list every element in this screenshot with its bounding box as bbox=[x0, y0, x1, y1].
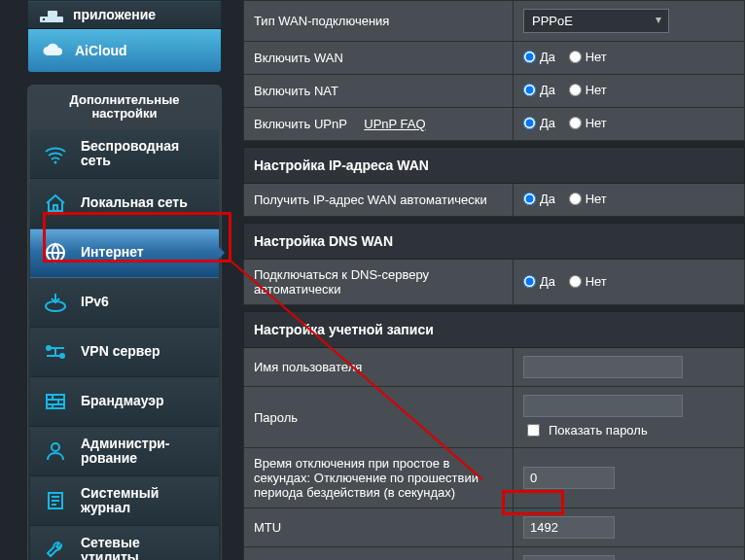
cloud-icon bbox=[40, 41, 65, 60]
vpn-icon bbox=[42, 341, 69, 363]
radio-enable-nat-no[interactable]: Нет bbox=[569, 83, 607, 97]
input-password[interactable] bbox=[523, 395, 683, 417]
link-upnp-faq[interactable]: UPnP FAQ bbox=[364, 117, 425, 131]
sidebar-item-ipv6[interactable]: IPv6 bbox=[30, 278, 219, 328]
cell-password: Показать пароль bbox=[514, 387, 745, 448]
svg-point-2 bbox=[43, 18, 45, 20]
sidebar-item-label: IPv6 bbox=[81, 295, 109, 309]
sidebar-item-label: Локальная сеть bbox=[81, 195, 188, 210]
label-enable-upnp: Включить UPnP UPnP FAQ bbox=[244, 108, 514, 141]
sidebar-item-lan[interactable]: Локальная сеть bbox=[30, 179, 219, 228]
cell-wan-type-value: PPPoE bbox=[514, 1, 745, 42]
section-dns-wan: Настройка DNS WAN bbox=[244, 224, 745, 260]
admin-icon bbox=[42, 440, 69, 462]
label-connect-dns-auto: Подключаться к DNS-серверу автоматически bbox=[244, 260, 514, 305]
radio-enable-nat-yes[interactable]: Да bbox=[523, 83, 555, 97]
checkbox-show-password[interactable] bbox=[527, 424, 540, 437]
radio-enable-wan-no[interactable]: Нет bbox=[569, 50, 607, 64]
label-password: Пароль bbox=[244, 387, 514, 448]
label-get-wan-ip-auto: Получить IP-адрес WAN автоматически bbox=[244, 184, 514, 217]
tools-icon bbox=[42, 540, 69, 560]
cell-get-wan-ip-auto: Да Нет bbox=[514, 184, 745, 217]
sidebar-item-aicloud[interactable]: AiCloud bbox=[28, 28, 221, 72]
input-mtu[interactable] bbox=[523, 516, 615, 539]
firewall-icon bbox=[42, 391, 69, 412]
usb-icon bbox=[40, 5, 63, 24]
radio-enable-upnp-no[interactable]: Нет bbox=[569, 116, 607, 130]
radio-wan-ip-yes[interactable]: Да bbox=[523, 192, 555, 206]
wifi-icon bbox=[42, 143, 69, 164]
svg-rect-1 bbox=[48, 11, 57, 17]
radio-dns-yes[interactable]: Да bbox=[523, 274, 555, 289]
label-enable-nat: Включить NAT bbox=[244, 75, 514, 108]
cell-enable-upnp: Да Нет bbox=[514, 108, 745, 141]
log-icon bbox=[42, 490, 69, 511]
sidebar-item-firewall[interactable]: Брандмауэр bbox=[30, 377, 219, 427]
cell-enable-nat: Да Нет bbox=[514, 75, 745, 108]
globe-icon bbox=[42, 241, 69, 264]
sidebar-item-label: Сетевые утилиты bbox=[81, 536, 140, 560]
radio-enable-upnp-yes[interactable]: Да bbox=[523, 116, 555, 130]
cell-mru bbox=[514, 547, 745, 561]
cell-username bbox=[514, 348, 745, 387]
label-mtu: MTU bbox=[244, 508, 514, 547]
sidebar-item-nettools[interactable]: Сетевые утилиты bbox=[30, 526, 219, 560]
section-wan-ip: Настройка IP-адреса WAN bbox=[244, 148, 745, 184]
section-account: Настройка учетной записи bbox=[244, 312, 745, 348]
svg-rect-9 bbox=[47, 395, 64, 408]
ipv6-icon bbox=[42, 292, 69, 313]
sidebar-item-label: Беспроводная сеть bbox=[81, 139, 179, 169]
input-idle[interactable] bbox=[523, 467, 615, 489]
sidebar-item-usb-app[interactable]: приложение bbox=[28, 1, 221, 28]
sidebar-item-syslog[interactable]: Системный журнал bbox=[30, 476, 219, 526]
cell-mtu bbox=[514, 508, 745, 547]
cell-enable-wan: Да Нет bbox=[514, 42, 745, 75]
svg-point-3 bbox=[54, 161, 57, 164]
home-icon bbox=[42, 192, 69, 214]
label-show-password: Показать пароль bbox=[549, 423, 648, 438]
label-mru: MRU bbox=[244, 547, 514, 561]
advanced-settings-header: Дополнительные настройки bbox=[30, 88, 219, 129]
cell-connect-dns-auto: Да Нет bbox=[514, 260, 745, 305]
sidebar-item-label: приложение bbox=[73, 7, 156, 22]
radio-enable-wan-yes[interactable]: Да bbox=[523, 50, 555, 64]
label-enable-wan: Включить WAN bbox=[244, 42, 514, 75]
svg-rect-4 bbox=[53, 205, 57, 211]
sidebar-item-label: Брандмауэр bbox=[81, 394, 164, 408]
sidebar-item-label: Администри- рование bbox=[81, 437, 170, 467]
radio-dns-no[interactable]: Нет bbox=[569, 274, 607, 289]
sidebar-item-wireless[interactable]: Беспроводная сеть bbox=[30, 129, 219, 179]
sidebar-item-label: Интернет bbox=[81, 245, 144, 260]
advanced-settings-panel: Дополнительные настройки Беспроводная се… bbox=[27, 85, 222, 560]
sidebar-item-label: AiCloud bbox=[75, 43, 127, 58]
sidebar-item-administration[interactable]: Администри- рование bbox=[30, 427, 219, 476]
sidebar-item-label: Системный журнал bbox=[81, 486, 159, 516]
label-wan-type: Тип WAN-подключения bbox=[244, 1, 514, 42]
svg-point-10 bbox=[52, 443, 59, 451]
label-idle-disconnect: Время отключения при простое в секундах:… bbox=[244, 448, 514, 508]
sidebar-item-internet[interactable]: Интернет bbox=[30, 228, 219, 278]
radio-wan-ip-no[interactable]: Нет bbox=[569, 192, 607, 206]
sidebar-item-label: VPN сервер bbox=[81, 344, 160, 359]
input-username[interactable] bbox=[523, 356, 683, 378]
input-mru[interactable] bbox=[523, 555, 615, 560]
sidebar-item-vpn[interactable]: VPN сервер bbox=[30, 328, 219, 377]
label-username: Имя пользователя bbox=[244, 348, 514, 387]
cell-idle bbox=[514, 448, 745, 508]
select-wan-type[interactable]: PPPoE bbox=[523, 9, 669, 33]
